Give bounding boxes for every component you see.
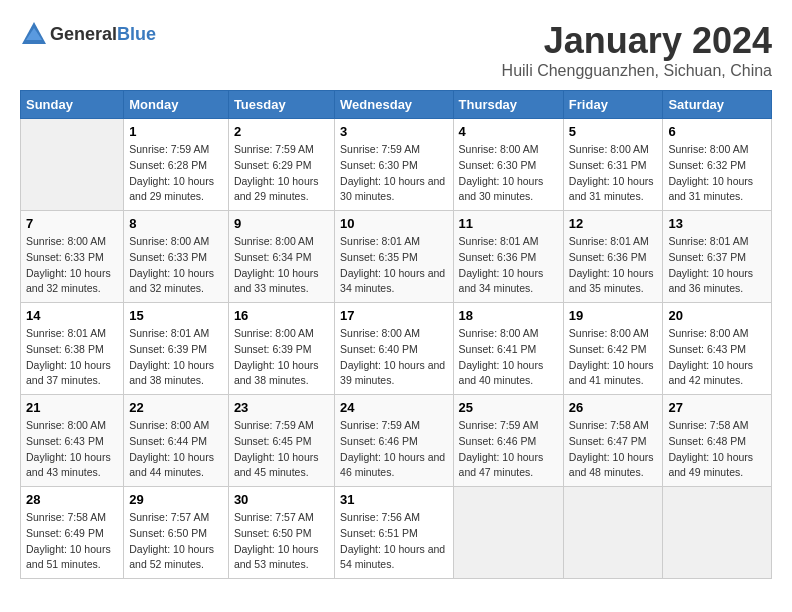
day-number: 22 <box>129 400 223 415</box>
day-number: 8 <box>129 216 223 231</box>
calendar-day: 21Sunrise: 8:00 AMSunset: 6:43 PMDayligh… <box>21 395 124 487</box>
day-info: Sunrise: 7:59 AMSunset: 6:45 PMDaylight:… <box>234 418 329 481</box>
calendar-day: 8Sunrise: 8:00 AMSunset: 6:33 PMDaylight… <box>124 211 229 303</box>
calendar-day: 6Sunrise: 8:00 AMSunset: 6:32 PMDaylight… <box>663 119 772 211</box>
calendar-day: 19Sunrise: 8:00 AMSunset: 6:42 PMDayligh… <box>563 303 663 395</box>
day-header-sunday: Sunday <box>21 91 124 119</box>
day-info: Sunrise: 8:00 AMSunset: 6:42 PMDaylight:… <box>569 326 658 389</box>
day-number: 1 <box>129 124 223 139</box>
day-number: 9 <box>234 216 329 231</box>
calendar-day: 2Sunrise: 7:59 AMSunset: 6:29 PMDaylight… <box>228 119 334 211</box>
calendar-day: 27Sunrise: 7:58 AMSunset: 6:48 PMDayligh… <box>663 395 772 487</box>
day-info: Sunrise: 8:00 AMSunset: 6:34 PMDaylight:… <box>234 234 329 297</box>
day-info: Sunrise: 8:00 AMSunset: 6:44 PMDaylight:… <box>129 418 223 481</box>
day-info: Sunrise: 8:00 AMSunset: 6:43 PMDaylight:… <box>668 326 766 389</box>
calendar-table: SundayMondayTuesdayWednesdayThursdayFrid… <box>20 90 772 579</box>
day-info: Sunrise: 7:58 AMSunset: 6:48 PMDaylight:… <box>668 418 766 481</box>
calendar-day: 28Sunrise: 7:58 AMSunset: 6:49 PMDayligh… <box>21 487 124 579</box>
calendar-day: 31Sunrise: 7:56 AMSunset: 6:51 PMDayligh… <box>335 487 453 579</box>
day-info: Sunrise: 7:59 AMSunset: 6:28 PMDaylight:… <box>129 142 223 205</box>
day-info: Sunrise: 8:01 AMSunset: 6:36 PMDaylight:… <box>459 234 558 297</box>
day-info: Sunrise: 8:01 AMSunset: 6:38 PMDaylight:… <box>26 326 118 389</box>
day-info: Sunrise: 8:00 AMSunset: 6:43 PMDaylight:… <box>26 418 118 481</box>
calendar-day: 14Sunrise: 8:01 AMSunset: 6:38 PMDayligh… <box>21 303 124 395</box>
calendar-week-5: 28Sunrise: 7:58 AMSunset: 6:49 PMDayligh… <box>21 487 772 579</box>
calendar-week-3: 14Sunrise: 8:01 AMSunset: 6:38 PMDayligh… <box>21 303 772 395</box>
day-number: 15 <box>129 308 223 323</box>
calendar-day: 7Sunrise: 8:00 AMSunset: 6:33 PMDaylight… <box>21 211 124 303</box>
day-info: Sunrise: 8:01 AMSunset: 6:36 PMDaylight:… <box>569 234 658 297</box>
logo-general: General <box>50 24 117 44</box>
day-number: 23 <box>234 400 329 415</box>
day-number: 6 <box>668 124 766 139</box>
calendar-day: 13Sunrise: 8:01 AMSunset: 6:37 PMDayligh… <box>663 211 772 303</box>
day-number: 21 <box>26 400 118 415</box>
day-header-wednesday: Wednesday <box>335 91 453 119</box>
day-info: Sunrise: 8:01 AMSunset: 6:35 PMDaylight:… <box>340 234 447 297</box>
day-number: 29 <box>129 492 223 507</box>
calendar-day: 29Sunrise: 7:57 AMSunset: 6:50 PMDayligh… <box>124 487 229 579</box>
day-info: Sunrise: 7:59 AMSunset: 6:29 PMDaylight:… <box>234 142 329 205</box>
day-info: Sunrise: 8:00 AMSunset: 6:41 PMDaylight:… <box>459 326 558 389</box>
calendar-day: 11Sunrise: 8:01 AMSunset: 6:36 PMDayligh… <box>453 211 563 303</box>
day-info: Sunrise: 7:59 AMSunset: 6:30 PMDaylight:… <box>340 142 447 205</box>
calendar-day: 18Sunrise: 8:00 AMSunset: 6:41 PMDayligh… <box>453 303 563 395</box>
title-block: January 2024 Huili Chengguanzhen, Sichua… <box>502 20 772 80</box>
calendar-day: 17Sunrise: 8:00 AMSunset: 6:40 PMDayligh… <box>335 303 453 395</box>
day-info: Sunrise: 8:00 AMSunset: 6:39 PMDaylight:… <box>234 326 329 389</box>
day-number: 20 <box>668 308 766 323</box>
calendar-day: 30Sunrise: 7:57 AMSunset: 6:50 PMDayligh… <box>228 487 334 579</box>
calendar-day: 16Sunrise: 8:00 AMSunset: 6:39 PMDayligh… <box>228 303 334 395</box>
day-info: Sunrise: 8:00 AMSunset: 6:40 PMDaylight:… <box>340 326 447 389</box>
day-number: 7 <box>26 216 118 231</box>
day-info: Sunrise: 8:01 AMSunset: 6:39 PMDaylight:… <box>129 326 223 389</box>
calendar-week-4: 21Sunrise: 8:00 AMSunset: 6:43 PMDayligh… <box>21 395 772 487</box>
calendar-day: 12Sunrise: 8:01 AMSunset: 6:36 PMDayligh… <box>563 211 663 303</box>
day-info: Sunrise: 7:59 AMSunset: 6:46 PMDaylight:… <box>459 418 558 481</box>
day-number: 26 <box>569 400 658 415</box>
calendar-day: 1Sunrise: 7:59 AMSunset: 6:28 PMDaylight… <box>124 119 229 211</box>
day-info: Sunrise: 8:00 AMSunset: 6:33 PMDaylight:… <box>129 234 223 297</box>
calendar-day: 20Sunrise: 8:00 AMSunset: 6:43 PMDayligh… <box>663 303 772 395</box>
day-info: Sunrise: 7:58 AMSunset: 6:49 PMDaylight:… <box>26 510 118 573</box>
day-info: Sunrise: 8:00 AMSunset: 6:30 PMDaylight:… <box>459 142 558 205</box>
day-header-monday: Monday <box>124 91 229 119</box>
day-number: 27 <box>668 400 766 415</box>
day-header-friday: Friday <box>563 91 663 119</box>
calendar-day <box>21 119 124 211</box>
day-header-thursday: Thursday <box>453 91 563 119</box>
day-number: 4 <box>459 124 558 139</box>
day-number: 10 <box>340 216 447 231</box>
calendar-day: 24Sunrise: 7:59 AMSunset: 6:46 PMDayligh… <box>335 395 453 487</box>
day-info: Sunrise: 7:58 AMSunset: 6:47 PMDaylight:… <box>569 418 658 481</box>
calendar-week-2: 7Sunrise: 8:00 AMSunset: 6:33 PMDaylight… <box>21 211 772 303</box>
calendar-day <box>453 487 563 579</box>
page-header: GeneralBlue January 2024 Huili Chengguan… <box>20 20 772 80</box>
day-number: 25 <box>459 400 558 415</box>
day-number: 28 <box>26 492 118 507</box>
day-number: 17 <box>340 308 447 323</box>
day-info: Sunrise: 8:01 AMSunset: 6:37 PMDaylight:… <box>668 234 766 297</box>
day-info: Sunrise: 8:00 AMSunset: 6:32 PMDaylight:… <box>668 142 766 205</box>
day-number: 2 <box>234 124 329 139</box>
day-number: 11 <box>459 216 558 231</box>
day-number: 24 <box>340 400 447 415</box>
calendar-day <box>563 487 663 579</box>
day-info: Sunrise: 7:56 AMSunset: 6:51 PMDaylight:… <box>340 510 447 573</box>
day-number: 30 <box>234 492 329 507</box>
calendar-day: 23Sunrise: 7:59 AMSunset: 6:45 PMDayligh… <box>228 395 334 487</box>
calendar-day <box>663 487 772 579</box>
day-number: 5 <box>569 124 658 139</box>
calendar-day: 5Sunrise: 8:00 AMSunset: 6:31 PMDaylight… <box>563 119 663 211</box>
calendar-day: 25Sunrise: 7:59 AMSunset: 6:46 PMDayligh… <box>453 395 563 487</box>
calendar-day: 9Sunrise: 8:00 AMSunset: 6:34 PMDaylight… <box>228 211 334 303</box>
calendar-day: 26Sunrise: 7:58 AMSunset: 6:47 PMDayligh… <box>563 395 663 487</box>
day-info: Sunrise: 7:57 AMSunset: 6:50 PMDaylight:… <box>234 510 329 573</box>
calendar-day: 10Sunrise: 8:01 AMSunset: 6:35 PMDayligh… <box>335 211 453 303</box>
day-info: Sunrise: 7:59 AMSunset: 6:46 PMDaylight:… <box>340 418 447 481</box>
day-info: Sunrise: 7:57 AMSunset: 6:50 PMDaylight:… <box>129 510 223 573</box>
day-number: 19 <box>569 308 658 323</box>
logo-blue: Blue <box>117 24 156 44</box>
calendar-day: 15Sunrise: 8:01 AMSunset: 6:39 PMDayligh… <box>124 303 229 395</box>
day-number: 13 <box>668 216 766 231</box>
